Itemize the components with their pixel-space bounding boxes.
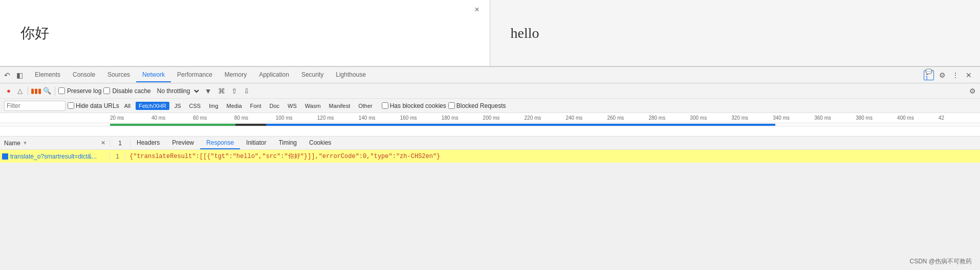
progress-bar-row (0, 123, 980, 126)
filter-manifest-btn[interactable]: Manifest (326, 102, 354, 110)
tab-lighthouse[interactable]: Lighthouse (330, 68, 372, 82)
inspect-icon[interactable]: ↶ (2, 70, 12, 80)
page-left: 你好 × (0, 0, 490, 66)
timeline-labels: 20 ms 40 ms 60 ms 80 ms 100 ms 120 ms 14… (0, 115, 980, 121)
timeline-bar: 20 ms 40 ms 60 ms 80 ms 100 ms 120 ms 14… (0, 113, 980, 123)
page-left-text: 你好 (20, 24, 49, 43)
hide-data-urls-label[interactable]: Hide data URLs (68, 102, 119, 109)
tab-network[interactable]: Network (136, 68, 171, 82)
disable-cache-label[interactable]: Disable cache (103, 87, 150, 95)
timeline-label-120ms: 120 ms (317, 115, 359, 121)
feedback-icon[interactable]: 💬 1 (924, 70, 934, 80)
progress-dark (235, 124, 266, 126)
blocked-requests-label[interactable]: Blocked Requests (448, 102, 506, 109)
filter-doc-btn[interactable]: Doc (267, 102, 283, 110)
preserve-log-label[interactable]: Preserve log (58, 87, 101, 95)
settings-icon[interactable]: ⚙ (937, 70, 947, 80)
network-table-header: Name ▼ ✕ 1 Headers Preview Response Init… (0, 137, 980, 150)
name-column-header: Name ▼ ✕ (0, 140, 110, 147)
filter-wasm-btn[interactable]: Wasm (302, 102, 324, 110)
network-filter-bar: Hide data URLs All Fetch/XHR JS CSS Img … (0, 99, 980, 113)
tab-response[interactable]: Response (200, 137, 240, 149)
timeline-label-60ms: 60 ms (193, 115, 234, 121)
toolbar-divider-1 (28, 86, 28, 96)
filter-css-btn[interactable]: CSS (186, 102, 204, 110)
progress-green (110, 124, 248, 126)
filter-icon[interactable]: ▮▮▮ (31, 86, 40, 96)
clear-button[interactable]: △ (15, 86, 25, 96)
page-right: hello (490, 0, 981, 66)
search-icon[interactable]: 🔍 (42, 86, 52, 96)
tab-application[interactable]: Application (253, 68, 295, 82)
blocked-requests-checkbox[interactable] (448, 102, 455, 109)
disable-cache-checkbox[interactable] (103, 87, 110, 94)
hide-data-urls-checkbox[interactable] (68, 102, 74, 109)
row-response: {"translateResult":[[{"tgt":"hello","src… (125, 150, 980, 163)
timeline-label-180ms: 180 ms (442, 115, 483, 121)
filter-media-btn[interactable]: Media (224, 102, 245, 110)
filter-js-btn[interactable]: JS (171, 102, 184, 110)
close-button[interactable]: × (474, 5, 479, 14)
export-icon[interactable]: ⇩ (242, 87, 252, 95)
more-icon[interactable]: ⋮ (950, 70, 961, 80)
timeline-label-300ms: 300 ms (690, 115, 731, 121)
devtools-tab-icons: ↶ ◧ (2, 70, 25, 80)
filter-other-btn[interactable]: Other (355, 102, 376, 110)
timeline-label-40ms: 40 ms (151, 115, 193, 121)
devtools-panel: ↶ ◧ Elements Console Sources Network Per… (0, 66, 980, 163)
wifi-icon[interactable]: ⌘ (216, 87, 227, 95)
tab-cookies[interactable]: Cookies (303, 137, 337, 149)
tab-elements[interactable]: Elements (29, 68, 67, 82)
preserve-log-checkbox[interactable] (58, 87, 65, 94)
throttle-select[interactable]: No throttling (153, 87, 201, 95)
tab-right-icons: 💬 1 ⚙ ⋮ ✕ (924, 70, 978, 80)
close-name-col-icon[interactable]: ✕ (101, 140, 105, 146)
timeline-label-100ms: 100 ms (276, 115, 317, 121)
detail-tabs: Headers Preview Response Initiator Timin… (130, 137, 337, 149)
timeline-label-400ms: 400 ms (897, 115, 939, 121)
device-icon[interactable]: ◧ (14, 70, 25, 80)
empty-row (0, 126, 980, 137)
toolbar-divider-2 (55, 86, 55, 96)
sort-icon[interactable]: ▼ (23, 140, 28, 146)
tab-timing[interactable]: Timing (272, 137, 303, 149)
row-name[interactable]: translate_o?smartresult=dict&... (0, 153, 110, 160)
filter-img-btn[interactable]: Img (206, 102, 221, 110)
timeline-label-80ms: 80 ms (234, 115, 276, 121)
devtools-tab-bar: ↶ ◧ Elements Console Sources Network Per… (0, 67, 980, 83)
tab-security[interactable]: Security (295, 68, 330, 82)
timeline-label-380ms: 380 ms (856, 115, 897, 121)
record-button[interactable]: ● (4, 86, 13, 96)
filter-all-btn[interactable]: All (121, 102, 134, 110)
timeline-label-340ms: 340 ms (773, 115, 814, 121)
tab-memory[interactable]: Memory (219, 68, 253, 82)
timeline-label-140ms: 140 ms (359, 115, 400, 121)
filter-ws-btn[interactable]: WS (285, 102, 300, 110)
tab-performance[interactable]: Performance (171, 68, 219, 82)
filter-font-btn[interactable]: Font (247, 102, 265, 110)
filter-fetch-xhr-btn[interactable]: Fetch/XHR (136, 102, 169, 110)
tab-initiator[interactable]: Initiator (240, 137, 272, 149)
has-blocked-cookies-checkbox[interactable] (382, 102, 388, 109)
tab-headers[interactable]: Headers (130, 137, 166, 149)
close-devtools-icon[interactable]: ✕ (964, 70, 974, 80)
has-blocked-cookies-label[interactable]: Has blocked cookies (382, 102, 446, 109)
tab-sources[interactable]: Sources (101, 68, 136, 82)
browser-content: 你好 × hello (0, 0, 980, 66)
file-icon (2, 153, 8, 160)
import-icon[interactable]: ⇧ (229, 87, 239, 95)
tab-preview[interactable]: Preview (166, 137, 200, 149)
timeline-label-42: 42 (939, 115, 980, 121)
tab-console[interactable]: Console (67, 68, 101, 82)
timeline-label-260ms: 260 ms (607, 115, 648, 121)
network-settings-icon[interactable]: ⚙ (969, 87, 976, 95)
timeline-label-280ms: 280 ms (648, 115, 690, 121)
timeline-label-220ms: 220 ms (525, 115, 566, 121)
throttle-dropdown-icon[interactable]: ▼ (203, 87, 214, 95)
timeline-label-20ms: 20 ms (110, 115, 151, 121)
table-row[interactable]: translate_o?smartresult=dict&... 1 {"tra… (0, 150, 980, 163)
timeline-label-360ms: 360 ms (814, 115, 856, 121)
timeline-label-240ms: 240 ms (565, 115, 607, 121)
filter-input[interactable] (4, 101, 66, 111)
status-column-header: 1 (110, 140, 130, 147)
